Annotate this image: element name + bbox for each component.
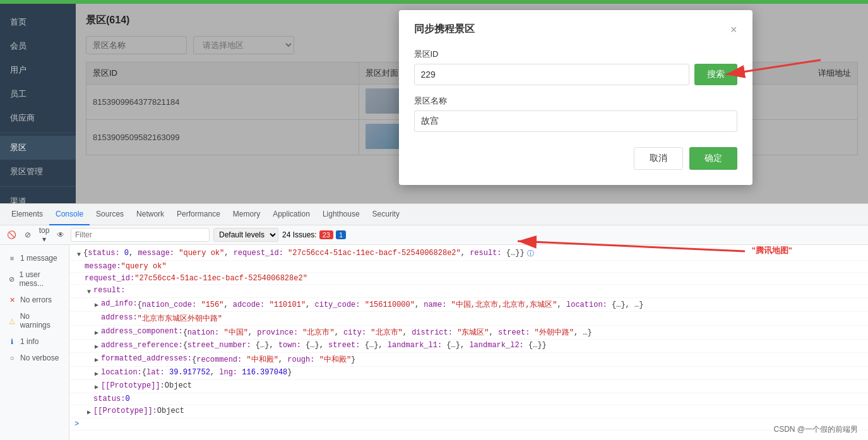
- eye-icon-button[interactable]: 👁: [54, 229, 67, 241]
- warn-badge[interactable]: 1: [336, 230, 346, 239]
- tab-console[interactable]: Console: [49, 204, 90, 225]
- sidebar-divider2: [0, 186, 76, 187]
- sidebar-divider: [0, 133, 76, 133]
- clear-console-button[interactable]: 🚫: [5, 229, 18, 241]
- devtools-panel: Elements Console Sources Network Perform…: [0, 203, 868, 440]
- expand-icon-1[interactable]: ▼: [74, 250, 83, 259]
- filter-toggle-button[interactable]: ⊘: [21, 229, 34, 241]
- tab-security[interactable]: Security: [366, 204, 406, 225]
- scenic-id-row: 搜索: [414, 64, 737, 85]
- console-line-2: message: "query ok": [69, 261, 868, 273]
- console-line-1[interactable]: ▼ {status: 0, message: "query ok", reque…: [69, 247, 868, 261]
- verbose-icon: ○: [8, 354, 16, 362]
- modal-close-button[interactable]: ×: [730, 24, 737, 35]
- dv-no-errors[interactable]: ✕ No errors: [0, 292, 69, 308]
- modal-header: 同步携程景区 ×: [414, 23, 737, 36]
- modal-title: 同步携程景区: [414, 23, 475, 36]
- sidebar-item-user[interactable]: 用户: [0, 58, 76, 82]
- dv-no-verbose[interactable]: ○ No verbose: [0, 350, 69, 366]
- sidebar-item-scenic-mgmt[interactable]: 景区管理: [0, 160, 76, 184]
- console-output[interactable]: ▼ {status: 0, message: "query ok", reque…: [69, 245, 868, 440]
- console-filter-input[interactable]: [71, 228, 210, 242]
- dv-1-message[interactable]: ≡ 1 message: [0, 250, 69, 266]
- console-line-13[interactable]: ▶ [[Prototype]]: Object: [69, 405, 868, 419]
- expand-icon-13[interactable]: ▶: [85, 408, 93, 417]
- message-icon: ≡: [8, 254, 16, 263]
- scenic-id-label: 景区ID: [414, 49, 737, 60]
- info-icon: ℹ: [8, 337, 16, 346]
- console-toolbar: 🚫 ⊘ top ▾ 👁 Default levels 24 Issues: 23…: [0, 225, 868, 245]
- tab-lighthouse[interactable]: Lighthouse: [316, 204, 366, 225]
- console-line-11[interactable]: ▶ [[Prototype]]: Object: [69, 380, 868, 393]
- user-message-icon: ⊘: [8, 275, 15, 283]
- console-line-10[interactable]: ▶ location: {lat: 39.917752, lng: 116.39…: [69, 367, 868, 380]
- devtools-tabs: Elements Console Sources Network Perform…: [0, 204, 868, 225]
- search-button[interactable]: 搜索: [694, 64, 737, 85]
- console-line-9[interactable]: ▶ formatted_addresses: {recommend: "中和殿"…: [69, 353, 868, 367]
- tab-sources[interactable]: Sources: [90, 204, 130, 225]
- confirm-button[interactable]: 确定: [689, 147, 737, 170]
- scenic-id-group: 景区ID 搜索: [414, 49, 737, 85]
- console-line-6: address: "北京市东城区外朝中路": [69, 312, 868, 326]
- expand-icon-8[interactable]: ▶: [92, 342, 101, 351]
- tab-network[interactable]: Network: [130, 204, 170, 225]
- dv-no-warnings[interactable]: △ No warnings: [0, 308, 69, 333]
- console-line-3: request_id: "27c56cc4-51ac-11ec-bacf-525…: [69, 273, 868, 285]
- console-line-12: status: 0: [69, 393, 868, 405]
- cancel-button[interactable]: 取消: [634, 147, 683, 170]
- sidebar-item-scenic[interactable]: 景区: [0, 136, 76, 160]
- sidebar-item-supplier[interactable]: 供应商: [0, 106, 76, 130]
- scope-select[interactable]: top ▾: [38, 229, 51, 241]
- console-line-8[interactable]: ▶ address_reference: {street_number: {…}…: [69, 340, 868, 353]
- scenic-name-group: 景区名称: [414, 95, 737, 132]
- sync-modal: 同步携程景区 × 景区ID 搜索 景区名称 取消 确定: [399, 10, 752, 185]
- log-level-select[interactable]: Default levels: [213, 228, 278, 242]
- expand-icon-10[interactable]: ▶: [92, 369, 101, 378]
- scenic-name-label: 景区名称: [414, 95, 737, 107]
- warning-icon: △: [8, 316, 16, 325]
- expand-icon-7[interactable]: ▶: [92, 328, 101, 337]
- console-line-7[interactable]: ▶ address_component: {nation: "中国", prov…: [69, 326, 868, 340]
- watermark: CSDN @一个假的前端男: [773, 424, 858, 435]
- expand-icon-11[interactable]: ▶: [92, 383, 101, 391]
- tab-application[interactable]: Application: [266, 204, 316, 225]
- devtools-body: ≡ 1 message ⊘ 1 user mess... ✕ No errors…: [0, 245, 868, 440]
- tab-performance[interactable]: Performance: [170, 204, 227, 225]
- modal-footer: 取消 确定: [414, 147, 737, 170]
- error-icon: ✕: [8, 295, 16, 304]
- console-line-5[interactable]: ▶ ad_info: {nation_code: "156", adcode: …: [69, 298, 868, 312]
- error-badge[interactable]: 23: [319, 230, 333, 239]
- tab-elements[interactable]: Elements: [5, 204, 49, 225]
- console-line-4[interactable]: ▼ result:: [69, 285, 868, 298]
- issues-badge: 24 Issues: 23 1: [282, 230, 346, 239]
- dv-1-info[interactable]: ℹ 1 info: [0, 333, 69, 350]
- expand-icon-5[interactable]: ▶: [92, 300, 101, 309]
- sidebar-item-staff[interactable]: 员工: [0, 82, 76, 106]
- scenic-id-input[interactable]: [414, 64, 689, 85]
- info-circle-icon: ⓘ: [527, 249, 534, 258]
- console-prompt-line[interactable]: >: [69, 419, 868, 431]
- dv-user-message[interactable]: ⊘ 1 user mess...: [0, 266, 69, 292]
- sidebar-item-home[interactable]: 首页: [0, 10, 76, 34]
- sidebar: 首页 会员 用户 员工 供应商 景区 景区管理 渠道 渠道管理: [0, 4, 76, 203]
- sidebar-item-member[interactable]: 会员: [0, 34, 76, 58]
- console-prompt: >: [74, 420, 79, 429]
- tab-memory[interactable]: Memory: [227, 204, 266, 225]
- expand-icon-9[interactable]: ▶: [92, 355, 101, 364]
- devtools-sidebar: ≡ 1 message ⊘ 1 user mess... ✕ No errors…: [0, 245, 69, 440]
- scenic-name-row: [414, 110, 737, 132]
- expand-icon-4[interactable]: ▼: [85, 287, 93, 296]
- scenic-name-field[interactable]: [414, 110, 737, 132]
